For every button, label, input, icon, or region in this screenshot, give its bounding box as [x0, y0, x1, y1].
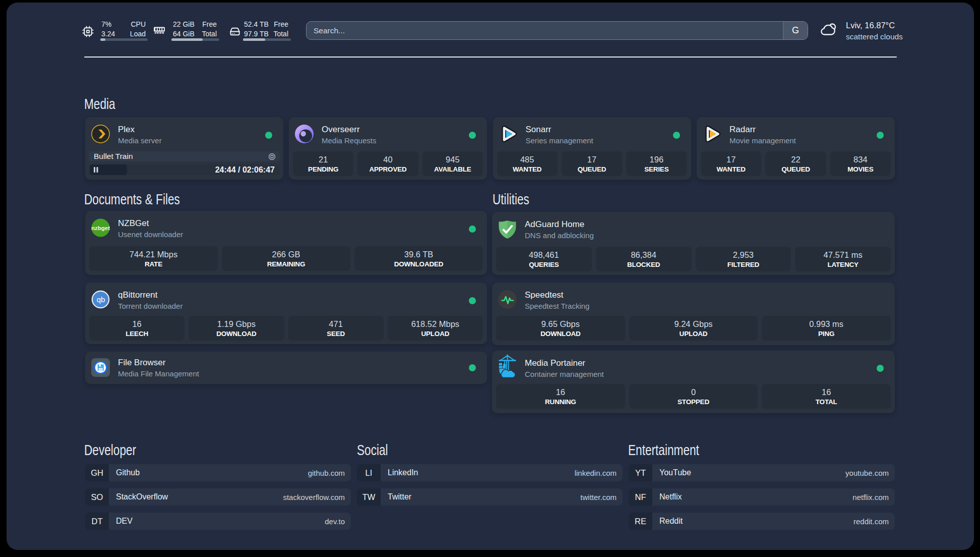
svg-text:qb: qb: [97, 295, 105, 304]
svg-text:nzbget: nzbget: [91, 225, 110, 231]
